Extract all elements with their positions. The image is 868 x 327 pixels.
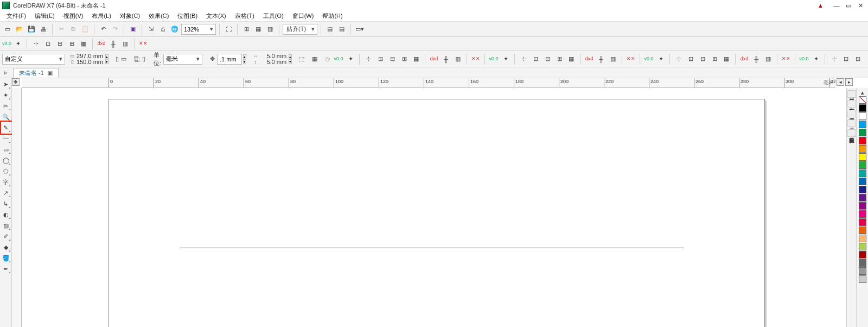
color-swatch[interactable] xyxy=(859,227,866,234)
connector-tool[interactable]: ↳ xyxy=(1,199,11,209)
macro-btn-4[interactable]: ⊞ xyxy=(66,39,77,49)
color-eyedropper-tool[interactable]: ✐ xyxy=(1,231,11,241)
docker-tab[interactable]: 步长和重复 xyxy=(847,129,856,137)
all-pages-button[interactable]: ⿻ xyxy=(133,54,141,65)
chevron-down-icon[interactable]: ▾ xyxy=(194,55,202,62)
macro-repeat-btn[interactable]: ⊟ xyxy=(852,54,863,65)
color-swatch[interactable] xyxy=(859,145,866,153)
macro-repeat-btn[interactable]: ⊹ xyxy=(673,54,684,65)
color-swatch[interactable] xyxy=(859,137,866,144)
macro-repeat-btn[interactable]: ▥ xyxy=(763,54,774,65)
macro-repeat-btn[interactable]: v0.0 xyxy=(643,54,654,65)
docker-tab[interactable]: 对齐与分布 xyxy=(847,100,856,108)
zoom-combo[interactable]: ▾ xyxy=(181,24,216,35)
redo-button[interactable]: ↷ xyxy=(110,24,120,35)
new-doc-button[interactable]: ▭ xyxy=(2,24,13,35)
current-page-button[interactable]: ▯ xyxy=(142,54,146,65)
macro-repeat-btn[interactable]: ✦ xyxy=(655,54,666,65)
macro-btn-7[interactable]: ╫ xyxy=(108,39,119,49)
macro-btn-1[interactable]: ⊹ xyxy=(30,39,41,49)
macro-repeat-btn[interactable]: dxd xyxy=(739,54,750,65)
save-button[interactable]: 💾 xyxy=(26,24,37,35)
drawn-line[interactable] xyxy=(180,248,684,248)
menu-item[interactable]: 文本(X) xyxy=(202,11,231,21)
canvas[interactable] xyxy=(22,88,846,327)
color-swatch[interactable] xyxy=(859,194,866,202)
outline-pen-tool[interactable]: ✒ xyxy=(1,264,11,274)
menu-item[interactable]: 工具(O) xyxy=(259,11,288,21)
macro-btn-9[interactable]: ✕✕ xyxy=(138,39,149,49)
macro-repeat-btn[interactable]: ⊞ xyxy=(864,54,868,65)
maximize-button[interactable]: ▭ xyxy=(843,1,854,10)
dup-spinner[interactable]: ▴▾ xyxy=(289,54,292,64)
color-swatch[interactable] xyxy=(859,121,866,128)
open-button[interactable]: 📂 xyxy=(14,24,25,35)
transparency-tool[interactable]: ▨ xyxy=(1,221,11,230)
freehand-tool[interactable]: ✎ xyxy=(1,123,11,133)
parallel-dim-tool[interactable]: ↗ xyxy=(1,188,11,198)
macro-repeat-btn[interactable]: ▦ xyxy=(721,54,732,65)
docker-tab[interactable]: 对象属性 xyxy=(847,90,856,98)
macro-repeat-btn[interactable]: dxd xyxy=(429,54,439,65)
menu-item[interactable]: 表格(T) xyxy=(231,11,259,21)
macro-repeat-btn[interactable]: ⊞ xyxy=(399,54,410,65)
menu-item[interactable]: 位图(B) xyxy=(173,11,202,21)
color-swatch[interactable] xyxy=(859,178,866,185)
dup-x-value[interactable]: 5.0 mm xyxy=(259,53,288,59)
macro-repeat-btn[interactable]: ╫ xyxy=(751,54,762,65)
nudge-input[interactable] xyxy=(218,56,241,62)
ruler-nav-left-icon[interactable]: ◂ xyxy=(837,78,844,86)
menu-item[interactable]: 视图(V) xyxy=(59,11,88,21)
macro-btn-6[interactable]: dxd xyxy=(96,39,107,49)
close-button[interactable]: ✕ xyxy=(855,1,866,10)
publish-pdf-button[interactable]: ⎙ xyxy=(157,24,168,35)
macro-repeat-btn[interactable]: ╫ xyxy=(596,54,607,65)
menu-item[interactable]: 编辑(E) xyxy=(30,11,59,21)
landscape-button[interactable]: ▭ xyxy=(120,54,127,65)
copy-button[interactable]: ⧉ xyxy=(68,24,79,35)
chevron-down-icon[interactable]: ▾ xyxy=(208,26,215,33)
drop-shadow-tool[interactable]: ◐ xyxy=(1,210,11,219)
macro-repeat-btn[interactable]: ▥ xyxy=(608,54,618,65)
docker-tab[interactable]: 提示 xyxy=(847,120,856,127)
macro-repeat-btn[interactable]: ▥ xyxy=(452,54,463,65)
macro-repeat-btn[interactable]: ✕✕ xyxy=(781,54,792,65)
zoom-input[interactable] xyxy=(182,26,208,33)
color-swatch[interactable] xyxy=(859,161,866,169)
macro-repeat-btn[interactable]: ⊡ xyxy=(530,54,541,65)
macro-repeat-btn[interactable]: ✦ xyxy=(500,54,511,65)
dup-y-value[interactable]: 5.0 mm xyxy=(259,59,288,65)
color-swatch[interactable] xyxy=(859,218,866,226)
snap-grid-button[interactable]: ▦ xyxy=(253,24,264,35)
color-swatch[interactable] xyxy=(859,153,866,161)
treat-as-filled-button[interactable]: ⬚ xyxy=(298,54,305,65)
color-swatch[interactable] xyxy=(859,169,866,177)
macro-repeat-btn[interactable]: ✦ xyxy=(810,54,821,65)
macro-repeat-btn[interactable]: ✕✕ xyxy=(626,54,636,65)
paste-button[interactable]: 📋 xyxy=(80,24,91,35)
shape-tool[interactable]: ✦ xyxy=(1,90,11,100)
text-tool[interactable]: 字 xyxy=(1,177,11,187)
color-swatch[interactable] xyxy=(859,251,866,259)
macro-repeat-btn[interactable]: ⊞ xyxy=(554,54,565,65)
ruler-origin-icon[interactable]: ✥ xyxy=(12,78,20,86)
palette-up-icon[interactable]: ▴ xyxy=(857,89,868,96)
macro-repeat-btn[interactable]: ⊹ xyxy=(518,54,529,65)
cut-button[interactable]: ✂ xyxy=(56,24,67,35)
menu-item[interactable]: 对象(C) xyxy=(116,11,144,21)
page-height-value[interactable]: 150.0 mm xyxy=(76,59,104,65)
ellipse-tool[interactable]: ◯ xyxy=(1,155,11,165)
snap-guides-button[interactable]: ⊞ xyxy=(241,24,252,35)
macro-repeat-btn[interactable]: ⊡ xyxy=(685,54,696,65)
color-swatch[interactable] xyxy=(859,259,866,267)
macro-repeat-btn[interactable]: ⊟ xyxy=(697,54,708,65)
chevron-down-icon[interactable]: ▾ xyxy=(57,55,65,62)
color-swatch[interactable] xyxy=(859,104,866,112)
color-swatch[interactable] xyxy=(859,267,866,275)
page-width-value[interactable]: 297.0 mm xyxy=(76,53,104,59)
crop-tool[interactable]: ✂ xyxy=(1,101,11,111)
smart-fill-tool[interactable]: 🪣 xyxy=(1,253,11,263)
alert-icon[interactable]: ▲ xyxy=(818,2,824,9)
macro-repeat-btn[interactable]: ╫ xyxy=(441,54,451,65)
macro-btn-2[interactable]: ⊡ xyxy=(42,39,53,49)
